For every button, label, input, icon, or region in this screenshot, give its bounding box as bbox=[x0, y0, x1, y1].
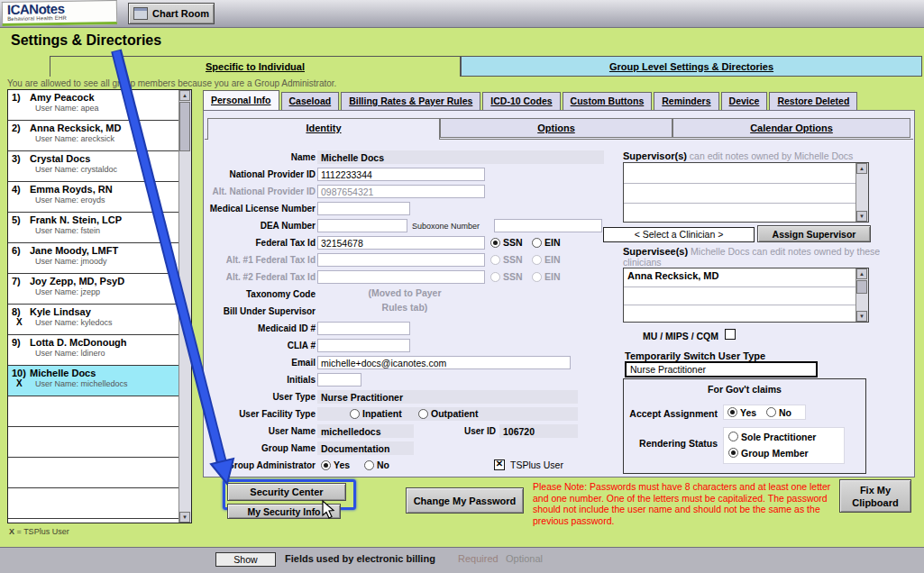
scroll-down-icon[interactable]: ▼ bbox=[179, 512, 190, 523]
alt2-tax-label: Alt. #2 Federal Tax Id bbox=[204, 270, 316, 285]
medical-license-input[interactable] bbox=[317, 202, 410, 215]
list-row[interactable]: 8)Kyle Lindsay XUser Name: kyledocs bbox=[8, 305, 179, 335]
tab-device[interactable]: Device bbox=[721, 92, 768, 110]
scroll-down-icon[interactable]: ▼ bbox=[856, 311, 867, 322]
user-id-field: 106720 bbox=[499, 424, 578, 438]
alt1-tax-input[interactable] bbox=[317, 253, 485, 267]
user-type-label: User Type bbox=[204, 390, 316, 405]
ein-radio[interactable] bbox=[532, 238, 542, 248]
alt2-ein-radio[interactable] bbox=[532, 272, 542, 282]
icanotes-logo[interactable]: ICANotes Behavioral Health EHR bbox=[2, 0, 117, 26]
supervisors-listbox[interactable]: ▲ ▼ bbox=[623, 162, 869, 223]
outpatient-radio[interactable] bbox=[418, 409, 428, 419]
chart-room-button[interactable]: Chart Room bbox=[128, 3, 215, 24]
name-field[interactable]: Michelle Docs bbox=[317, 150, 604, 164]
list-row[interactable]: 7)Joy Zepp, MD, PsyD User Name: jzepp bbox=[8, 274, 179, 305]
user-number: 5) bbox=[12, 214, 30, 225]
tab-options[interactable]: Options bbox=[440, 118, 672, 138]
list-divider bbox=[624, 203, 856, 204]
list-row[interactable]: 3)Crystal Docs User Name: crystaldoc bbox=[8, 151, 179, 182]
list-row[interactable]: 2)Anna Recksick, MD User Name: arecksick bbox=[8, 121, 179, 151]
scroll-up-icon[interactable]: ▲ bbox=[856, 268, 867, 279]
tab-billing-rates[interactable]: Billing Rates & Payer Rules bbox=[341, 92, 480, 110]
scrollbar-thumb[interactable] bbox=[179, 102, 190, 151]
list-row[interactable]: 9)Lotta D. McDonough User Name: ldinero bbox=[8, 335, 179, 366]
alt2-ssn-radio[interactable] bbox=[490, 272, 500, 282]
tab-icd10-codes[interactable]: ICD-10 Codes bbox=[482, 92, 560, 110]
initials-input[interactable] bbox=[317, 373, 361, 387]
tab-calendar-options[interactable]: Calendar Options bbox=[672, 118, 910, 138]
accept-assignment-label: Accept Assignment bbox=[624, 407, 718, 421]
sole-practitioner-radio[interactable] bbox=[728, 432, 738, 441]
user-list-scrollbar[interactable]: ▲ ▼ bbox=[178, 90, 191, 523]
medicaid-id-input[interactable] bbox=[317, 322, 410, 335]
npi-input[interactable]: 1112233344 bbox=[317, 168, 485, 181]
group-name-field: Documentation bbox=[317, 441, 414, 455]
user-name: Anna Recksick, MD bbox=[30, 123, 121, 133]
tab-specific-to-individual[interactable]: Specific to Individual bbox=[50, 56, 461, 77]
taxonomy-note-line2: Rules tab) bbox=[328, 302, 481, 313]
supervisees-scrollbar[interactable]: ▲ ▼ bbox=[855, 268, 868, 322]
alt-npi-input[interactable]: 0987654321 bbox=[317, 185, 485, 198]
select-clinician-dropdown[interactable]: < Select a Clinician > bbox=[603, 227, 755, 242]
scroll-up-icon[interactable]: ▲ bbox=[856, 163, 867, 174]
list-row[interactable]: 1)Amy Peacock User Name: apea bbox=[8, 90, 179, 121]
alt2-tax-input[interactable] bbox=[317, 270, 485, 284]
tab-custom-buttons[interactable]: Custom Buttons bbox=[563, 92, 653, 110]
suboxone-number-label: Suboxone Number bbox=[412, 219, 480, 233]
group-member-list: 1)Amy Peacock User Name: apea 2)Anna Rec… bbox=[7, 89, 192, 523]
my-security-info-button[interactable]: My Security Info bbox=[227, 504, 341, 519]
list-row-empty bbox=[8, 458, 179, 488]
chart-room-label: Chart Room bbox=[152, 8, 209, 19]
show-button[interactable]: Show bbox=[215, 552, 276, 567]
list-row[interactable]: 4)Emma Royds, RN User Name: eroyds bbox=[8, 182, 179, 213]
clia-label: CLIA # bbox=[204, 339, 316, 353]
tab-identity[interactable]: Identity bbox=[207, 118, 440, 140]
supervisors-scrollbar[interactable]: ▲ ▼ bbox=[855, 163, 868, 222]
inpatient-radio[interactable] bbox=[350, 409, 360, 419]
tab-reminders[interactable]: Reminders bbox=[654, 92, 718, 110]
security-center-button[interactable]: Security Center bbox=[227, 483, 346, 501]
email-input[interactable]: michelle+docs@icanotes.com bbox=[317, 356, 571, 369]
change-password-button[interactable]: Change My Password bbox=[406, 487, 524, 514]
alt1-ssn-radio[interactable] bbox=[490, 255, 500, 265]
required-label: Required bbox=[458, 553, 499, 564]
list-row-selected[interactable]: 10)Michelle Docs XUser Name: michelledoc… bbox=[8, 366, 179, 396]
federal-tax-input[interactable]: 32154678 bbox=[317, 236, 485, 250]
accept-no-radio[interactable] bbox=[766, 407, 776, 417]
tab-personal-info[interactable]: Personal Info bbox=[203, 90, 279, 110]
scrollbar-thumb[interactable] bbox=[856, 280, 867, 294]
scroll-down-icon[interactable]: ▼ bbox=[856, 211, 867, 222]
group-member-radio[interactable] bbox=[728, 448, 738, 458]
fix-clipboard-button[interactable]: Fix My Clipboard bbox=[839, 479, 911, 513]
mu-mips-cqm-checkbox[interactable] bbox=[725, 329, 736, 340]
tab-group-level-settings[interactable]: Group Level Settings & Directories bbox=[461, 56, 922, 77]
user-type-field: Nurse Practitioner bbox=[317, 390, 578, 404]
user-name: Joy Zepp, MD, PsyD bbox=[30, 276, 124, 286]
list-divider bbox=[624, 183, 856, 184]
switch-user-type-select[interactable]: Nurse Practitioner bbox=[625, 361, 818, 377]
group-admin-no-radio[interactable] bbox=[364, 460, 374, 470]
group-admin-yes-radio[interactable] bbox=[321, 460, 331, 470]
assign-supervisor-button[interactable]: Assign Supervisor bbox=[757, 225, 871, 242]
supervisees-listbox[interactable]: Anna Recksick, MD ▲ ▼ bbox=[623, 268, 869, 323]
accept-yes-radio[interactable] bbox=[727, 407, 737, 417]
list-row[interactable]: 6)Jane Moody, LMFT User Name: jmoody bbox=[8, 243, 179, 274]
suboxone-number-input[interactable] bbox=[494, 219, 602, 232]
supervisee-item[interactable]: Anna Recksick, MD bbox=[627, 270, 718, 281]
clia-input[interactable] bbox=[317, 339, 410, 352]
ssn-radio[interactable] bbox=[490, 238, 500, 248]
scroll-up-icon[interactable]: ▲ bbox=[179, 90, 190, 101]
group-admin-no-label: No bbox=[377, 459, 389, 472]
user-name: Kyle Lindsay bbox=[30, 306, 91, 317]
tsplus-user-checkbox[interactable] bbox=[494, 459, 505, 470]
supervisors-title: Supervisor(s) bbox=[623, 150, 687, 161]
medicaid-id-label: Medicaid ID # bbox=[204, 322, 316, 336]
alt1-ein-radio[interactable] bbox=[532, 255, 542, 265]
tab-restore-deleted[interactable]: Restore Deleted bbox=[769, 92, 857, 110]
footer-bar: Show Fields used by electronic billing R… bbox=[0, 547, 924, 573]
tab-caseload[interactable]: Caseload bbox=[281, 92, 340, 110]
user-username: User Name: jmoody bbox=[35, 257, 107, 266]
list-row[interactable]: 5)Frank N. Stein, LCP User Name: fstein bbox=[8, 213, 179, 243]
dea-number-input[interactable] bbox=[317, 219, 407, 232]
